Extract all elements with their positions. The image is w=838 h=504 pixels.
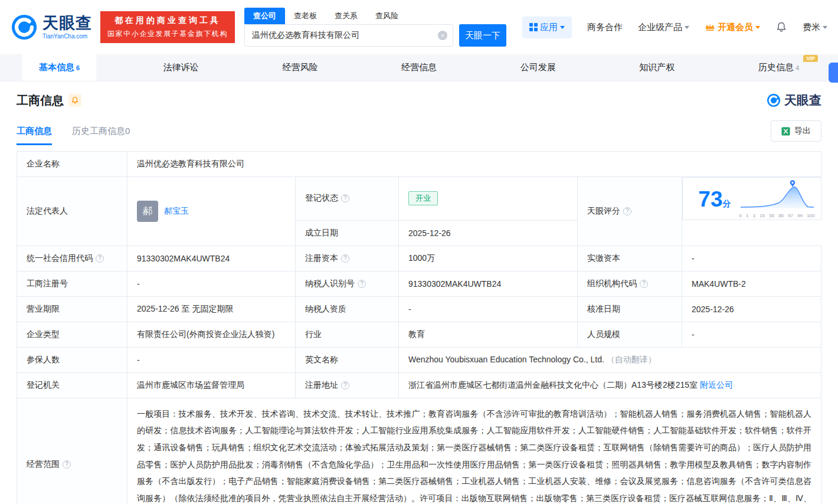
enterprise-products-label: 企业级产品 (638, 22, 682, 33)
taxpayer-id-value: 91330302MAK4UWTB24 (399, 271, 578, 296)
registered-capital-label: 注册资本? (296, 246, 399, 271)
subscribe-bell-button[interactable] (68, 94, 81, 107)
search-tab-company[interactable]: 查公司 (244, 8, 285, 24)
export-button[interactable]: 导出 (771, 120, 821, 142)
registered-capital-value: 1000万 (399, 246, 578, 271)
tab-basic-info[interactable]: 基本信息 6 (22, 54, 96, 81)
tianyancha-logo[interactable]: 天眼查 TianYanCha.com (11, 14, 92, 41)
org-code-value: MAK4UWTB-2 (682, 271, 821, 296)
business-term-label: 营业期限 (17, 296, 127, 322)
company-name-label: 企业名称 (17, 152, 127, 177)
enterprise-products-menu[interactable]: 企业级产品 (638, 22, 689, 33)
grid-icon (529, 23, 538, 31)
notification-bell[interactable] (775, 21, 787, 33)
table-row: 统一社会信用代码? 91330302MAK4UWTB24 注册资本? 1000万… (17, 246, 821, 271)
logo-subtitle: TianYanCha.com (42, 33, 92, 40)
legal-rep-avatar[interactable]: 郝 (137, 201, 158, 222)
taxpayer-quality-label: 纳税人资质 (296, 296, 399, 322)
tab-company-development[interactable]: 公司发展 (504, 54, 572, 81)
tianyancha-logo-icon (11, 14, 38, 41)
search-box: × (244, 24, 453, 47)
help-icon[interactable]: ? (96, 254, 104, 263)
status-badge: 开业 (408, 191, 438, 205)
tab-basic-info-count: 6 (76, 64, 80, 71)
company-type-label: 企业类型 (17, 322, 127, 347)
search-button[interactable]: 天眼一下 (459, 24, 506, 47)
business-info-subtabs: 工商信息 历史工商信息0 导出 (17, 120, 821, 145)
business-cooperation-link[interactable]: 商务合作 (587, 22, 623, 33)
tianyancha-logo-icon (767, 93, 781, 107)
industry-value: 教育 (399, 322, 578, 347)
staff-size-label: 人员规模 (578, 322, 682, 347)
tab-history-info-count: 4 (796, 64, 799, 71)
header-menu: 应用 商务合作 企业级产品 开通会员 费米 (522, 17, 827, 38)
tab-legal-proceedings[interactable]: 法律诉讼 (147, 54, 215, 81)
crown-icon (705, 22, 715, 32)
search-tab-boss[interactable]: 查老板 (285, 8, 326, 24)
help-icon[interactable]: ? (341, 194, 349, 202)
help-icon[interactable]: ? (623, 207, 631, 215)
help-icon[interactable]: ? (358, 280, 366, 288)
search-tab-risk[interactable]: 查风险 (366, 8, 407, 24)
insured-count-label: 参保人数 (17, 347, 127, 372)
side-float-widget[interactable] (829, 63, 838, 83)
tab-operation-info[interactable]: 经营信息 (385, 54, 453, 81)
company-type-value: 有限责任公司(外商投资企业法人独资) (127, 322, 296, 347)
table-row: 经营范围? 一般项目：技术服务、技术开发、技术咨询、技术交流、技术转让、技术推广… (17, 398, 821, 504)
search-tab-relation[interactable]: 查关系 (326, 8, 366, 24)
help-icon[interactable]: ? (341, 254, 349, 263)
tab-operation-risk[interactable]: 经营风险 (266, 54, 334, 81)
tab-intellectual-property[interactable]: 知识产权 (623, 54, 691, 81)
clear-search-icon[interactable]: × (438, 31, 447, 40)
registered-address-value: 浙江省温州市鹿城区七都街道温州金融科技文化中心（二期）A13号楼2楼215室 附… (399, 372, 821, 398)
tab-history-info[interactable]: VIP 历史信息 4 (742, 54, 816, 81)
tab-operation-risk-label: 经营风险 (282, 62, 317, 73)
subtab-business-info[interactable]: 工商信息 (17, 126, 52, 145)
reg-number-label: 工商注册号 (17, 271, 127, 296)
reg-number-value: - (127, 271, 296, 296)
open-vip-menu[interactable]: 开通会员 (705, 22, 760, 33)
legal-rep-label: 法定代表人 (17, 177, 127, 246)
chevron-down-icon (685, 26, 689, 31)
user-name: 费米 (803, 22, 820, 33)
help-icon[interactable]: ? (341, 381, 349, 390)
score-value: 73 (698, 187, 722, 211)
open-vip-label: 开通会员 (718, 22, 753, 33)
nearby-companies-link[interactable]: 附近公司 (700, 380, 733, 390)
company-name-value: 温州优必选教育科技有限公司 (127, 152, 821, 177)
promo-banner-line1: 都在用的商业查询工具 (107, 15, 228, 26)
english-name-text: Wenzhou Youbisxuan Education Technology … (408, 355, 604, 364)
registration-authority-value: 温州市鹿城区市场监督管理局 (127, 372, 296, 398)
establish-date-label: 成立日期 (296, 220, 399, 246)
help-icon[interactable]: ? (640, 280, 648, 288)
business-term-value: 2025-12-26 至 无固定期限 (127, 296, 296, 322)
search-input[interactable] (245, 31, 453, 40)
approval-date-label: 核准日期 (578, 296, 682, 322)
page-header: 天眼查 TianYanCha.com 都在用的商业查询工具 国家中小企业发展子基… (0, 0, 838, 54)
subtab-history-business-info-label: 历史工商信息 (72, 126, 125, 136)
tab-history-info-label: 历史信息 (758, 62, 794, 73)
score-chart: 0131555859799100 (738, 180, 816, 218)
legal-rep-link[interactable]: 郝宝玉 (164, 206, 189, 217)
user-menu[interactable]: 费米 (803, 22, 827, 33)
registered-address-text: 浙江省温州市鹿城区七都街道温州金融科技文化中心（二期）A13号楼2楼215室 (408, 380, 698, 390)
watermark-brand: 天眼查 (767, 92, 821, 109)
uscc-value: 91330302MAK4UWTB24 (127, 246, 296, 271)
establish-date-value: 2025-12-26 (399, 220, 578, 246)
promo-banner: 都在用的商业查询工具 国家中小企业发展子基金旗下机构 (100, 11, 235, 43)
subtab-history-business-info[interactable]: 历史工商信息0 (72, 126, 130, 145)
approval-date-value: 2025-12-26 (682, 296, 821, 322)
reg-status-value: 开业 (399, 177, 578, 221)
apps-menu[interactable]: 应用 (522, 17, 572, 38)
table-row: 工商注册号 - 纳税人识别号? 91330302MAK4UWTB24 组织机构代… (17, 271, 821, 296)
watermark-brand-label: 天眼查 (784, 92, 821, 109)
chevron-down-icon (560, 26, 565, 31)
chevron-down-icon (755, 26, 760, 31)
taxpayer-quality-value: - (399, 296, 578, 322)
auto-translate-note: （自动翻译） (607, 355, 656, 364)
registered-address-label: 注册地址? (296, 372, 399, 398)
help-icon[interactable]: ? (63, 460, 71, 469)
logo-text: 天眼查 TianYanCha.com (42, 15, 92, 40)
business-scope-label: 经营范围? (17, 398, 127, 504)
tab-legal-proceedings-label: 法律诉讼 (163, 62, 199, 73)
